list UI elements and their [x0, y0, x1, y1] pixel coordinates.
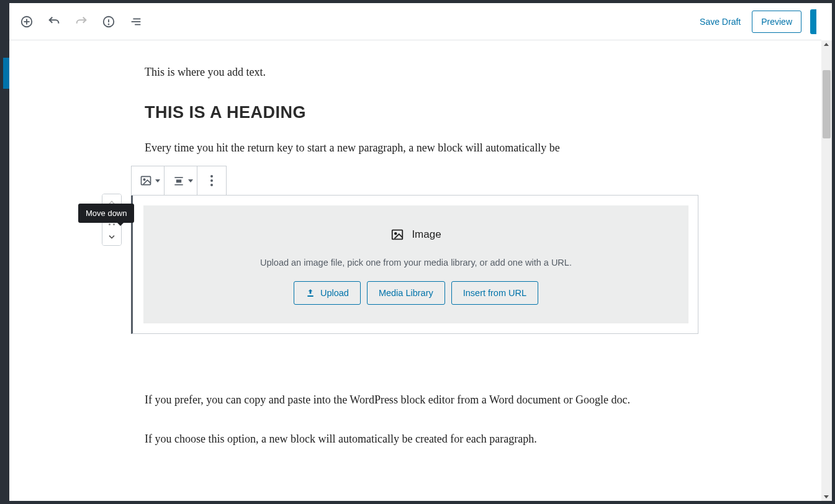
after-blocks: If you prefer, you can copy and paste in… — [145, 390, 710, 469]
save-draft-button[interactable]: Save Draft — [697, 12, 743, 32]
block-toolbar — [131, 166, 227, 196]
vertical-scrollbar[interactable] — [821, 40, 832, 501]
insert-url-label: Insert from URL — [463, 288, 526, 298]
heading-block[interactable]: THIS IS A HEADING — [145, 103, 710, 122]
add-block-button[interactable] — [14, 9, 39, 34]
window-frame: Save Draft Preview This is where you add… — [0, 0, 835, 504]
svg-point-5 — [109, 24, 109, 24]
more-options-button[interactable] — [197, 166, 226, 195]
selected-image-block-wrapper: Move down Image Upload an image file, pi… — [131, 166, 698, 334]
svg-rect-14 — [392, 230, 403, 240]
image-icon — [390, 228, 404, 241]
undo-button[interactable] — [42, 9, 66, 34]
alignment-control[interactable] — [165, 166, 197, 195]
redo-button[interactable] — [69, 9, 94, 34]
upload-icon — [305, 288, 315, 298]
toolbar-left-group — [14, 9, 148, 34]
paragraph-block[interactable]: This is where you add text. — [145, 63, 691, 82]
publish-button-edge[interactable] — [810, 9, 816, 34]
chevron-down-icon — [155, 179, 160, 182]
placeholder-description: Upload an image file, pick one from your… — [156, 258, 676, 268]
move-down-tooltip: Move down — [78, 204, 134, 223]
toolbar-right-group: Save Draft Preview — [697, 9, 816, 34]
media-library-button[interactable]: Media Library — [367, 281, 445, 305]
editor-top-toolbar: Save Draft Preview — [9, 3, 821, 40]
paragraph-block[interactable]: If you prefer, you can copy and paste in… — [145, 390, 691, 410]
upload-button[interactable]: Upload — [294, 281, 361, 305]
upload-button-label: Upload — [320, 288, 349, 298]
svg-point-15 — [395, 233, 397, 235]
chevron-down-icon — [188, 179, 193, 182]
preview-button[interactable]: Preview — [752, 11, 801, 33]
image-placeholder: Image Upload an image file, pick one fro… — [143, 205, 688, 323]
scroll-thumb[interactable] — [823, 70, 831, 138]
svg-rect-9 — [142, 176, 151, 184]
image-block[interactable]: Image Upload an image file, pick one fro… — [131, 195, 698, 334]
insert-from-url-button[interactable]: Insert from URL — [451, 281, 538, 305]
admin-menu-indicator — [3, 58, 9, 89]
placeholder-title-text: Image — [412, 228, 441, 241]
image-icon — [135, 166, 156, 195]
more-vertical-icon — [201, 166, 222, 195]
svg-rect-12 — [176, 179, 181, 182]
paragraph-block[interactable]: Every time you hit the return key to sta… — [145, 138, 691, 158]
content-structure-button[interactable] — [96, 9, 121, 34]
move-down-button[interactable] — [102, 228, 121, 245]
paragraph-block[interactable]: If you choose this option, a new block w… — [145, 430, 691, 449]
editor-canvas: This is where you add text. THIS IS A HE… — [9, 40, 821, 501]
scroll-down-icon — [824, 495, 829, 498]
block-list: This is where you add text. THIS IS A HE… — [9, 40, 821, 157]
placeholder-title: Image — [390, 228, 441, 241]
placeholder-buttons: Upload Media Library Insert from URL — [156, 281, 676, 305]
block-type-switcher[interactable] — [132, 166, 165, 195]
align-center-icon — [168, 166, 189, 195]
svg-point-10 — [143, 179, 145, 181]
block-navigation-button[interactable] — [124, 9, 148, 34]
scroll-up-icon — [824, 43, 829, 46]
media-library-label: Media Library — [379, 288, 433, 298]
